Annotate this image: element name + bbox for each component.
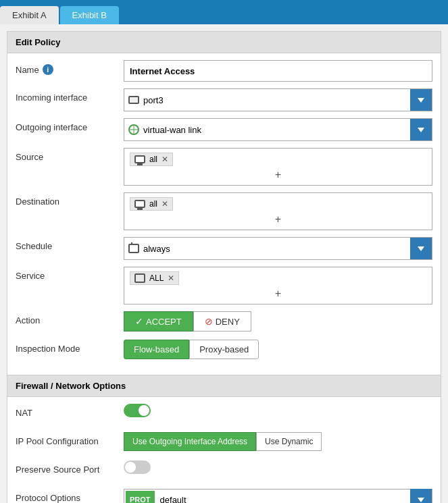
service-icon [134,273,145,283]
name-label: Name i [16,60,124,75]
destination-add-btn[interactable]: + [128,212,428,227]
protocol-options-label: Protocol Options [16,489,124,503]
schedule-row: Schedule always [16,237,432,260]
firewall-form: NAT IP Pool Configuration Use Outgoing I… [7,397,441,503]
preserve-source-port-label: Preserve Source Port [16,460,124,475]
nat-toggle[interactable] [124,404,151,417]
schedule-label: Schedule [16,237,124,251]
source-item-all: all ✕ [130,153,173,166]
protocol-options-value: default [156,495,410,504]
deny-button[interactable]: ⊘ DENY [193,311,251,332]
prot-badge: PROT [126,491,155,503]
preserve-source-port-toggle[interactable] [124,460,151,474]
ip-pool-label: IP Pool Configuration [16,432,124,446]
incoming-interface-field[interactable]: port3 [124,88,432,111]
proxy-based-button[interactable]: Proxy-based [189,340,259,359]
nat-label: NAT [16,404,124,418]
nat-row: NAT [16,404,432,425]
protocol-options-arrow[interactable] [410,489,432,503]
inspection-mode-row: Inspection Mode Flow-based Proxy-based [16,340,432,361]
outgoing-interface-field[interactable]: virtual-wan link [124,118,432,141]
incoming-interface-row: Incoming interface port3 [16,88,432,111]
destination-field: all ✕ + [124,192,432,230]
action-row: Action ✓ ACCEPT ⊘ DENY [16,311,432,333]
nat-toggle-field [124,404,432,419]
firewall-header: Firewall / Network Options [7,375,441,397]
source-row: Source all ✕ + [16,148,432,186]
source-field: all ✕ + [124,148,432,186]
incoming-interface-arrow[interactable] [410,89,432,111]
tab-bar: Exhibit A Exhibit B [0,0,448,24]
service-label: Service [16,267,124,281]
monitor-icon [134,155,145,163]
ip-pool-row: IP Pool Configuration Use Outgoing Inter… [16,432,432,454]
destination-item-all: all ✕ [130,197,173,211]
source-add-btn[interactable]: + [128,167,428,182]
outgoing-interface-row: Outgoing interface virtual-wan link [16,118,432,141]
incoming-interface-label: Incoming interface [16,88,124,103]
accept-button[interactable]: ✓ ACCEPT [124,311,193,332]
source-remove-all[interactable]: ✕ [161,155,168,164]
service-field: ALL ✕ + [124,267,432,305]
tab-exhibit-b[interactable]: Exhibit B [60,6,119,24]
port-icon [128,96,139,104]
service-item-all: ALL ✕ [130,271,179,285]
name-input[interactable] [124,60,432,82]
service-remove-all[interactable]: ✕ [168,273,174,283]
inspection-mode-field: Flow-based Proxy-based [124,340,432,359]
action-label: Action [16,311,124,325]
service-add-btn[interactable]: + [128,286,428,301]
name-row: Name i [16,60,432,82]
deny-icon: ⊘ [205,316,213,327]
flow-based-button[interactable]: Flow-based [124,340,189,359]
protocol-options-field[interactable]: PROT default [124,489,432,503]
preserve-source-port-row: Preserve Source Port [16,460,432,482]
schedule-icon [128,244,139,253]
main-panel: Edit Policy Name i Incoming interface po… [7,31,441,503]
protocol-options-row: Protocol Options PROT default [16,489,432,503]
use-outgoing-button[interactable]: Use Outgoing Interface Address [124,432,256,451]
action-field: ✓ ACCEPT ⊘ DENY [124,311,432,332]
service-row: Service ALL ✕ + [16,267,432,305]
source-label: Source [16,148,124,162]
edit-policy-header: Edit Policy [7,32,441,53]
name-field [124,60,432,82]
preserve-source-port-field [124,460,432,476]
check-icon: ✓ [135,316,143,327]
globe-icon [128,124,139,135]
schedule-field[interactable]: always [124,237,432,260]
ip-pool-field: Use Outgoing Interface Address Use Dynam… [124,432,432,451]
use-dynamic-button[interactable]: Use Dynamic [256,432,322,451]
edit-policy-form: Name i Incoming interface port3 [7,53,441,375]
info-icon: i [43,64,53,75]
schedule-arrow[interactable] [410,238,432,259]
destination-row: Destination all ✕ + [16,192,432,230]
outgoing-interface-label: Outgoing interface [16,118,124,132]
destination-remove-all[interactable]: ✕ [161,199,168,209]
destination-label: Destination [16,192,124,207]
dest-monitor-icon [134,200,145,208]
outgoing-interface-arrow[interactable] [410,119,432,140]
tab-exhibit-a[interactable]: Exhibit A [0,6,59,24]
inspection-mode-label: Inspection Mode [16,340,124,354]
